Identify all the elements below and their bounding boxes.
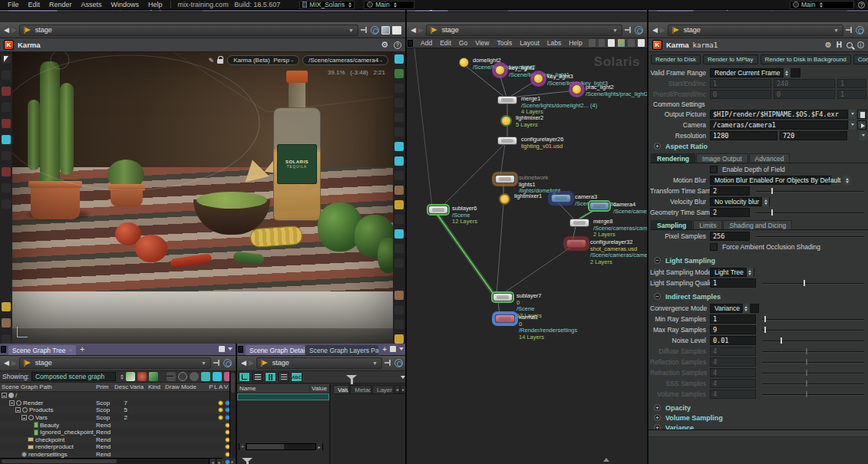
show-cameras-toggle-icon[interactable] bbox=[213, 372, 222, 381]
tree-row-beauty[interactable]: Beauty Rend bbox=[0, 421, 236, 429]
overlap-windows-icon[interactable] bbox=[638, 39, 645, 47]
gear-icon[interactable]: ⚙ bbox=[825, 41, 832, 49]
pin-icon[interactable] bbox=[846, 26, 853, 34]
pixel-samples-slider[interactable] bbox=[756, 232, 866, 240]
valid-frame-range-select[interactable]: Render Current Frame bbox=[710, 68, 800, 77]
refraction-samples-field[interactable]: 4 bbox=[710, 368, 756, 377]
tree-mode-icon[interactable] bbox=[239, 372, 250, 382]
node-lights1[interactable]: subnetwork lights1 /lights/domelight bbox=[495, 175, 560, 195]
desktop-selector[interactable]: MIX_Solaris bbox=[299, 1, 355, 9]
back-icon[interactable]: ◀ bbox=[241, 360, 246, 367]
dropdown-icon[interactable] bbox=[860, 131, 866, 140]
handles-tool-icon[interactable] bbox=[2, 71, 11, 80]
collapse-icon[interactable] bbox=[9, 400, 15, 406]
camera-pill[interactable]: /Scene/cameras/camera4 - bbox=[302, 55, 388, 65]
image-plane-icon[interactable] bbox=[394, 244, 404, 253]
color-correct-icon[interactable] bbox=[394, 186, 404, 195]
node-merge1[interactable]: merge1 /Scene/lights/domelight2... (4) 4… bbox=[497, 96, 597, 116]
snap-grid-icon[interactable] bbox=[599, 39, 606, 47]
node-name-field[interactable]: karma1 bbox=[693, 41, 718, 49]
grid-view-icon[interactable] bbox=[628, 39, 635, 47]
xform-samples-slider[interactable] bbox=[756, 187, 866, 195]
collapse-icon[interactable]: − bbox=[654, 293, 661, 300]
list-view-icon[interactable] bbox=[608, 39, 615, 47]
node-chooser-icon[interactable] bbox=[857, 120, 866, 130]
camera-toggle-icon[interactable] bbox=[394, 54, 404, 64]
tree-row-root[interactable]: / bbox=[0, 392, 236, 400]
back-icon[interactable]: ◀ bbox=[4, 27, 9, 34]
scroll-right-icon[interactable]: ▸ bbox=[216, 459, 223, 464]
res-x-field[interactable]: 1280 bbox=[710, 131, 777, 140]
maximize-pane-icon[interactable] bbox=[390, 346, 396, 352]
indirect-samples-section[interactable]: − Indirect Samples bbox=[649, 291, 868, 301]
new-tab-button[interactable]: + bbox=[379, 345, 390, 354]
material-shading-icon[interactable] bbox=[394, 113, 404, 122]
start-field[interactable]: 1 bbox=[710, 79, 771, 88]
tab-scene-graph-tree[interactable]: Scene Graph Tree × bbox=[8, 345, 76, 355]
preroll-inc-field[interactable]: 1 bbox=[837, 90, 866, 99]
file-chooser-icon[interactable] bbox=[857, 110, 866, 119]
tab-advanced[interactable]: Advanced bbox=[749, 153, 790, 163]
inc-field[interactable]: 1 bbox=[837, 79, 866, 88]
menu-edit[interactable]: Edit bbox=[24, 1, 45, 8]
node-sublayer6[interactable]: sublayer6 /Scene 12 Layers bbox=[428, 206, 477, 225]
net-menu-add[interactable]: Add bbox=[417, 39, 435, 47]
layout-button[interactable] bbox=[392, 26, 401, 35]
pane-handle[interactable] bbox=[1, 346, 6, 353]
dof-checkbox[interactable] bbox=[710, 166, 718, 173]
back-icon[interactable]: ◀ bbox=[4, 360, 9, 367]
tab-sampling[interactable]: Sampling bbox=[651, 220, 692, 229]
active-toggle-icon[interactable] bbox=[218, 407, 223, 413]
follow-icon[interactable] bbox=[223, 359, 232, 367]
tab-image-output[interactable]: Image Output bbox=[696, 153, 748, 163]
pin-icon[interactable] bbox=[625, 26, 632, 34]
noise-level-field[interactable]: 0.01 bbox=[710, 336, 756, 345]
geo-samples-field[interactable]: 2 bbox=[710, 208, 750, 217]
node-lightmixer2[interactable]: lightmixer2 5 Layers bbox=[500, 115, 543, 128]
max-ray-slider[interactable] bbox=[762, 326, 866, 334]
pane-handle[interactable] bbox=[408, 40, 413, 47]
collapse-tree-icon[interactable] bbox=[137, 372, 147, 381]
snapshot-icon[interactable] bbox=[394, 229, 404, 239]
tree-horizontal-scrollbar[interactable]: ◂ ▸ bbox=[0, 458, 223, 464]
display-options-icon[interactable]: ⚙ bbox=[381, 41, 388, 49]
menu-render[interactable]: Render bbox=[45, 1, 77, 8]
wrench-icon[interactable] bbox=[589, 39, 596, 47]
pane-divider[interactable] bbox=[647, 10, 649, 464]
add-icon[interactable]: + bbox=[239, 443, 246, 450]
viewport-help-icon[interactable]: ? bbox=[394, 41, 401, 49]
net-menu-go[interactable]: Go bbox=[456, 39, 470, 47]
measure-tool-icon[interactable] bbox=[2, 302, 11, 311]
diffuse-samples-slider[interactable] bbox=[762, 347, 866, 355]
collapse-icon[interactable]: − bbox=[654, 257, 661, 264]
karma-path-field[interactable]: stage ▼ bbox=[668, 25, 843, 36]
expand-icon[interactable]: + bbox=[654, 143, 661, 150]
end-field[interactable]: 240 bbox=[774, 79, 835, 88]
pane-menu-icon[interactable] bbox=[399, 347, 404, 353]
volume-samples-field[interactable]: 4 bbox=[710, 390, 756, 399]
scene-selector[interactable]: Main bbox=[364, 1, 414, 9]
tree-row-checkpoint[interactable]: checkpoint Rend bbox=[0, 436, 236, 444]
render-background-button[interactable]: Render to Disk in Background bbox=[761, 54, 851, 64]
new-tab-button[interactable]: + bbox=[77, 345, 87, 354]
tree-path-field[interactable]: stage ▼ bbox=[19, 357, 211, 369]
geo-samples-slider[interactable] bbox=[756, 209, 866, 216]
pane-divider[interactable] bbox=[405, 10, 407, 464]
camera-field[interactable]: /cameras/camera1 bbox=[710, 120, 848, 130]
sss-samples-field[interactable]: 4 bbox=[710, 379, 756, 388]
back-icon[interactable]: ◀ bbox=[411, 27, 416, 34]
pose-library-icon[interactable] bbox=[394, 156, 404, 166]
tree-row-renderproduct[interactable]: renderproduct Rend bbox=[0, 443, 236, 451]
tab-scene-graph-layers[interactable]: Scene Graph Layers Panel × bbox=[305, 345, 378, 355]
tab-scene-graph-details[interactable]: Scene Graph Details × bbox=[246, 345, 305, 355]
forward-icon[interactable]: ▶ bbox=[12, 360, 17, 367]
aspect-ratio-section[interactable]: + Aspect Ratio bbox=[649, 141, 868, 151]
pane-menu-icon[interactable] bbox=[228, 347, 233, 353]
renderer-pill[interactable]: Karma (Beta) Persp - bbox=[227, 55, 299, 65]
expand-icon[interactable]: + bbox=[654, 414, 661, 421]
reflection-samples-slider[interactable] bbox=[762, 358, 866, 366]
tree-row-ignored-checkpoint[interactable]: Ignored_checkpoint_re Rend bbox=[0, 429, 236, 436]
compact-list-icon[interactable] bbox=[278, 372, 289, 382]
menu-assets[interactable]: Assets bbox=[77, 1, 107, 8]
filter-sliders-icon[interactable] bbox=[167, 372, 176, 381]
